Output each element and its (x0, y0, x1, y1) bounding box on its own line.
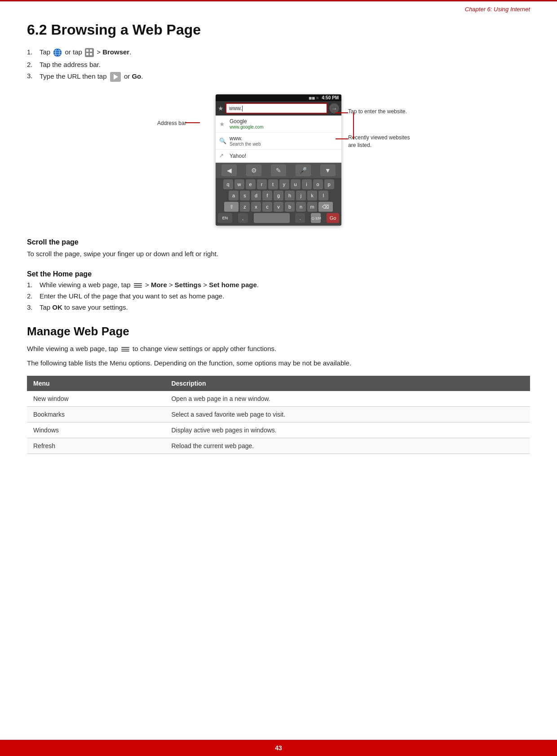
key-m[interactable]: m (307, 202, 317, 212)
key-p[interactable]: p (324, 179, 334, 189)
keyboard-row-1: q w e r t y u i o p (217, 179, 340, 189)
kb-edit-btn[interactable]: ✎ (271, 165, 286, 176)
google-title: Google (230, 118, 264, 125)
tap-callout-line (336, 112, 348, 113)
key-i[interactable]: i (302, 179, 312, 189)
or-tap-text: or tap (65, 48, 84, 56)
kb-back-btn[interactable]: ◀ (221, 165, 237, 176)
key-y[interactable]: y (279, 179, 289, 189)
key-o[interactable]: o (313, 179, 323, 189)
key-d[interactable]: d (251, 191, 261, 200)
key-g[interactable]: g (274, 191, 283, 200)
callout-address-text: Address bar (157, 120, 186, 126)
suggestions-list: ★ Google www.google.com 🔍 www. Search th… (216, 116, 341, 163)
section-title: 6.2 Browsing a Web Page (27, 22, 530, 38)
manage-menu-icon (121, 347, 129, 351)
apps-icon (85, 48, 94, 57)
scroll-body: To scroll the page, swipe your finger up… (27, 249, 530, 259)
www-subtitle: Search the web (230, 142, 261, 147)
key-e[interactable]: e (246, 179, 256, 189)
key-v[interactable]: v (274, 202, 283, 212)
row-2-menu: Bookmarks (27, 406, 165, 422)
table-body: New window Open a web page in a new wind… (27, 391, 530, 454)
key-w[interactable]: w (234, 179, 244, 189)
google-url: www.google.com (230, 125, 264, 129)
home-step-1: 1. While viewing a web page, tap > More … (27, 281, 530, 289)
key-c[interactable]: c (262, 202, 272, 212)
key-s[interactable]: s (240, 191, 250, 200)
key-n[interactable]: n (296, 202, 306, 212)
status-time: 4:50 PM (322, 95, 339, 100)
callout-recent-label: Recently viewed websites are listed. (348, 134, 411, 149)
key-emoji[interactable]: ☺12# (311, 213, 321, 223)
recent-callout-line (336, 138, 348, 139)
set-home-label: Set home page (209, 281, 257, 289)
col-menu: Menu (27, 376, 165, 391)
home-step-1-content: While viewing a web page, tap > More > S… (40, 281, 259, 289)
search-icon: 🔍 (219, 138, 226, 145)
home-page-steps: 1. While viewing a web page, tap > More … (27, 281, 530, 311)
key-lang[interactable]: EN (218, 213, 232, 223)
browser-label: Browser (102, 48, 129, 56)
status-icons: ◼◼◾ (309, 96, 320, 100)
step-1: 1. Tap or tap (27, 48, 530, 57)
address-cursor (242, 106, 243, 111)
bookmark-icon: ★ (218, 105, 224, 112)
step-3-num: 3. (27, 72, 37, 80)
key-comma[interactable]: , (238, 213, 248, 223)
row-4-menu: Refresh (27, 438, 165, 454)
go-button[interactable]: → (329, 103, 339, 113)
key-q[interactable]: q (223, 179, 233, 189)
table-row: Windows Display active web pages in wind… (27, 422, 530, 438)
key-del[interactable]: ⌫ (318, 202, 333, 212)
address-text: www. (229, 105, 242, 111)
key-u[interactable]: u (291, 179, 301, 189)
home-page-heading: Set the Home page (27, 270, 530, 278)
key-space[interactable] (254, 213, 290, 223)
table-row: New window Open a web page in a new wind… (27, 391, 530, 407)
key-f[interactable]: f (262, 191, 272, 200)
menu-table: Menu Description New window Open a web p… (27, 376, 530, 454)
more-label: More (151, 281, 167, 289)
settings-label: Settings (175, 281, 201, 289)
key-go[interactable]: Go (327, 213, 339, 223)
svg-rect-8 (90, 49, 92, 52)
key-k[interactable]: k (307, 191, 317, 200)
ok-label: OK (52, 303, 62, 311)
key-b[interactable]: b (285, 202, 295, 212)
kb-down-btn[interactable]: ▼ (320, 165, 336, 176)
row-3-desc: Display active web pages in windows. (165, 422, 530, 438)
key-j[interactable]: j (296, 191, 306, 200)
scroll-heading: Scroll the page (27, 238, 530, 246)
table-row: Refresh Reload the current web page. (27, 438, 530, 454)
suggestion-yahoo: ↗ Yahoo! (216, 150, 341, 163)
suggestion-www: 🔍 www. Search the web (216, 133, 341, 150)
screenshot-wrapper: ◼◼◾ 4:50 PM ★ www. → ★ (216, 94, 341, 226)
key-shift[interactable]: ⇧ (224, 202, 239, 212)
key-x[interactable]: x (251, 202, 261, 212)
key-t[interactable]: t (268, 179, 278, 189)
key-l[interactable]: l (318, 191, 328, 200)
yahoo-title: Yahoo! (230, 153, 246, 159)
key-z[interactable]: z (240, 202, 250, 212)
step-1-content: Tap or tap (40, 48, 131, 57)
suggestion-google-text: Google www.google.com (230, 118, 264, 129)
kb-settings-btn[interactable]: ⚙ (246, 165, 261, 176)
page-number: 43 (275, 744, 282, 752)
key-period[interactable]: . (295, 213, 305, 223)
globe-icon (53, 48, 62, 57)
address-input-box[interactable]: www. (225, 103, 327, 114)
row-2-desc: Select a saved favorite web page to visi… (165, 406, 530, 422)
key-a[interactable]: a (229, 191, 239, 200)
right-connector-vertical (353, 112, 354, 139)
address-callout-line (186, 122, 200, 123)
phone-screen: ◼◼◾ 4:50 PM ★ www. → ★ (216, 94, 341, 226)
kb-mic-btn[interactable]: 🎤 (296, 165, 311, 176)
key-r[interactable]: r (257, 179, 267, 189)
callout-tap-label: Tap to enter the website. (348, 108, 411, 116)
svg-rect-7 (86, 49, 88, 52)
svg-rect-10 (90, 53, 92, 55)
key-h[interactable]: h (285, 191, 295, 200)
star-icon: ★ (219, 120, 226, 128)
suggestion-google: ★ Google www.google.com (216, 116, 341, 133)
